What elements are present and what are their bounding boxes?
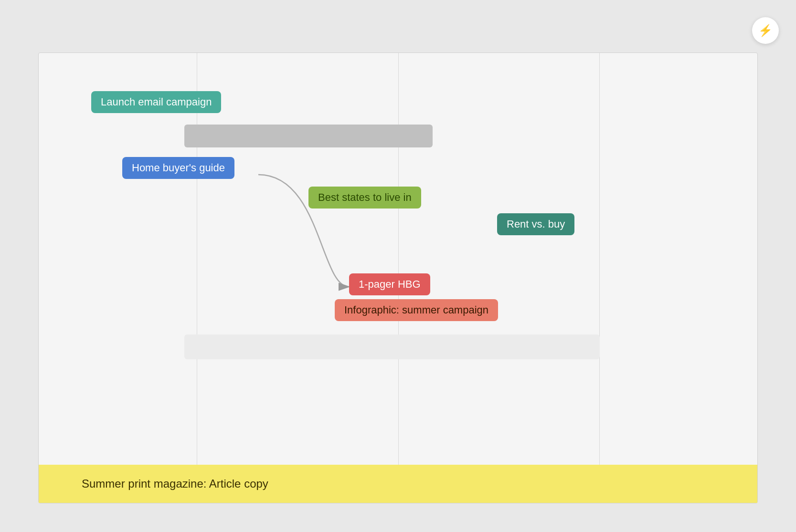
chip-gray-bar-1 bbox=[184, 125, 433, 147]
lightning-icon: ⚡ bbox=[758, 24, 773, 37]
chip-launch-email[interactable]: Launch email campaign bbox=[91, 91, 221, 113]
chip-label: Launch email campaign bbox=[101, 96, 212, 108]
chip-one-pager[interactable]: 1-pager HBG bbox=[349, 273, 430, 295]
chip-label: 1-pager HBG bbox=[359, 278, 421, 291]
grid-line-3 bbox=[599, 53, 600, 503]
chip-best-states[interactable]: Best states to live in bbox=[308, 187, 421, 209]
chip-rent-vs-buy[interactable]: Rent vs. buy bbox=[497, 213, 574, 235]
chip-gray-bar-2 bbox=[184, 334, 600, 359]
chip-infographic[interactable]: Infographic: summer campaign bbox=[335, 299, 498, 321]
chip-label: Home buyer's guide bbox=[132, 162, 225, 174]
chip-home-buyers[interactable]: Home buyer's guide bbox=[122, 157, 234, 179]
lightning-button[interactable]: ⚡ bbox=[752, 17, 779, 44]
chip-label: Best states to live in bbox=[318, 191, 412, 204]
chip-label: Infographic: summer campaign bbox=[344, 304, 488, 316]
grid-line-1 bbox=[197, 53, 197, 503]
bottom-bar[interactable]: Summer print magazine: Article copy bbox=[39, 465, 757, 503]
bottom-bar-label: Summer print magazine: Article copy bbox=[82, 477, 268, 490]
main-canvas: Launch email campaign Home buyer's guide… bbox=[38, 52, 758, 503]
chip-label: Rent vs. buy bbox=[507, 218, 565, 230]
